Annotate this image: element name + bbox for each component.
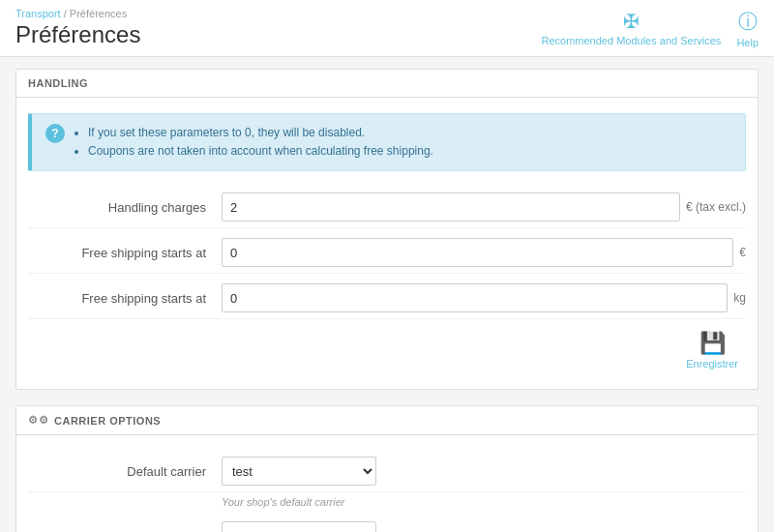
carrier-icon: ⚙⚙ — [28, 414, 48, 427]
sort-by-input-wrapper: Prix — [222, 521, 746, 532]
free-shipping-weight-row: Free shipping starts at kg — [28, 278, 746, 319]
carrier-section-body: Default carrier test Your shop's default… — [16, 435, 758, 532]
handling-save-row: 💾 Enregistrer — [28, 323, 746, 373]
handling-charges-row: Handling charges € (tax excl.) — [28, 187, 746, 228]
handling-charges-suffix: € (tax excl.) — [686, 200, 746, 214]
free-shipping-weight-suffix: kg — [733, 291, 746, 305]
default-carrier-input-wrapper: test — [222, 457, 746, 486]
help-label: Help — [736, 37, 759, 48]
main-content: HANDLING ? If you set these parameters t… — [0, 57, 774, 532]
breadcrumb-area: Transport / Préférences Préférences — [15, 8, 140, 48]
info-text: If you set these parameters to 0, they w… — [74, 124, 433, 161]
handling-charges-label: Handling charges — [28, 200, 222, 215]
help-icon: ⓘ — [738, 9, 758, 35]
sort-by-row: Sort by Prix — [28, 516, 746, 532]
carrier-title: CARRIER OPTIONS — [54, 415, 161, 427]
free-shipping-price-row: Free shipping starts at € — [28, 232, 746, 274]
free-shipping-weight-label: Free shipping starts at — [28, 291, 222, 306]
sort-by-select[interactable]: Prix — [222, 521, 376, 532]
carrier-section-header: ⚙⚙ CARRIER OPTIONS — [16, 406, 758, 435]
info-bullet-2: Coupons are not taken into account when … — [88, 142, 433, 161]
default-carrier-select[interactable]: test — [222, 457, 376, 486]
free-shipping-price-suffix: € — [739, 246, 746, 259]
free-shipping-price-label: Free shipping starts at — [28, 246, 222, 260]
default-carrier-hint: Your shop's default carrier — [222, 496, 746, 516]
default-carrier-label: Default carrier — [28, 464, 222, 479]
handling-save-label: Enregistrer — [686, 358, 738, 369]
breadcrumb: Transport / Préférences — [15, 8, 140, 19]
modules-label: Recommended Modules and Services — [542, 35, 722, 46]
info-icon: ? — [45, 124, 65, 143]
free-shipping-price-input-wrapper: € — [222, 238, 746, 267]
handling-charges-input-wrapper: € (tax excl.) — [222, 192, 746, 222]
help-button[interactable]: ⓘ Help — [736, 9, 759, 48]
handling-section-body: ? If you set these parameters to 0, they… — [16, 98, 758, 389]
handling-charges-input[interactable] — [222, 192, 680, 222]
free-shipping-weight-input-wrapper: kg — [222, 283, 746, 312]
breadcrumb-parent[interactable]: Transport — [15, 8, 61, 19]
puzzle-icon: ✠ — [623, 10, 640, 33]
info-bullet-1: If you set these parameters to 0, they w… — [88, 124, 433, 142]
header-actions: ✠ Recommended Modules and Services ⓘ Hel… — [542, 9, 759, 48]
page-title: Préférences — [15, 21, 140, 48]
carrier-section: ⚙⚙ CARRIER OPTIONS Default carrier test … — [15, 405, 759, 532]
top-header: Transport / Préférences Préférences ✠ Re… — [0, 0, 774, 57]
breadcrumb-current: Préférences — [70, 8, 127, 19]
free-shipping-price-input[interactable] — [222, 238, 733, 267]
handling-section-header: HANDLING — [16, 70, 758, 98]
save-disk-icon: 💾 — [700, 331, 726, 356]
modules-services-button[interactable]: ✠ Recommended Modules and Services — [542, 10, 722, 46]
handling-info-box: ? If you set these parameters to 0, they… — [28, 113, 746, 171]
handling-save-button[interactable]: 💾 Enregistrer — [686, 331, 738, 369]
default-carrier-row: Default carrier test — [28, 451, 746, 492]
handling-section: HANDLING ? If you set these parameters t… — [15, 69, 759, 390]
handling-title: HANDLING — [28, 77, 88, 89]
free-shipping-weight-input[interactable] — [222, 283, 728, 312]
